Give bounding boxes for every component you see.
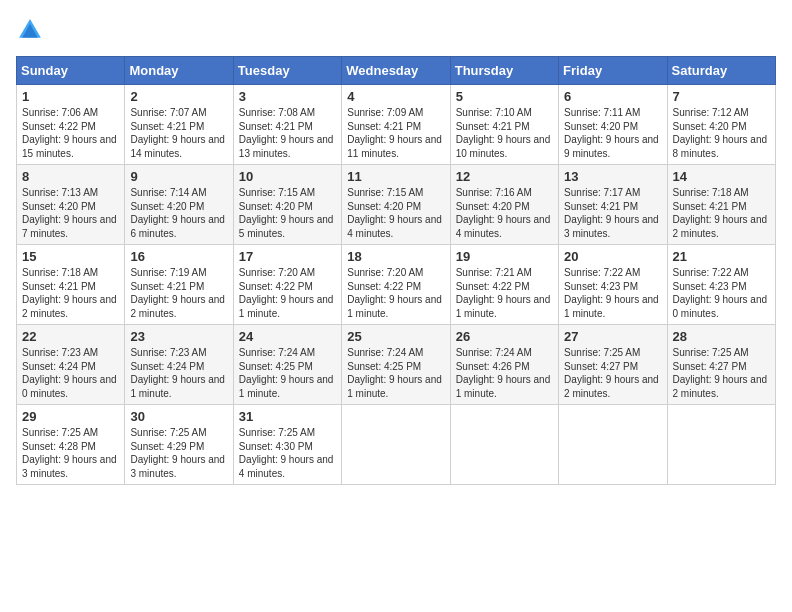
logo-icon — [16, 16, 44, 44]
cell-info: Sunrise: 7:18 AM Sunset: 4:21 PM Dayligh… — [673, 186, 770, 240]
calendar-cell: 22 Sunrise: 7:23 AM Sunset: 4:24 PM Dayl… — [17, 325, 125, 405]
calendar-table: SundayMondayTuesdayWednesdayThursdayFrid… — [16, 56, 776, 485]
calendar-cell: 8 Sunrise: 7:13 AM Sunset: 4:20 PM Dayli… — [17, 165, 125, 245]
calendar-cell: 27 Sunrise: 7:25 AM Sunset: 4:27 PM Dayl… — [559, 325, 667, 405]
cell-info: Sunrise: 7:23 AM Sunset: 4:24 PM Dayligh… — [22, 346, 119, 400]
day-number: 31 — [239, 409, 336, 424]
cell-info: Sunrise: 7:20 AM Sunset: 4:22 PM Dayligh… — [347, 266, 444, 320]
calendar-cell: 19 Sunrise: 7:21 AM Sunset: 4:22 PM Dayl… — [450, 245, 558, 325]
calendar-cell: 13 Sunrise: 7:17 AM Sunset: 4:21 PM Dayl… — [559, 165, 667, 245]
calendar-cell: 5 Sunrise: 7:10 AM Sunset: 4:21 PM Dayli… — [450, 85, 558, 165]
calendar-cell: 16 Sunrise: 7:19 AM Sunset: 4:21 PM Dayl… — [125, 245, 233, 325]
day-number: 9 — [130, 169, 227, 184]
day-number: 26 — [456, 329, 553, 344]
calendar-cell — [450, 405, 558, 485]
cell-info: Sunrise: 7:11 AM Sunset: 4:20 PM Dayligh… — [564, 106, 661, 160]
cell-info: Sunrise: 7:25 AM Sunset: 4:27 PM Dayligh… — [564, 346, 661, 400]
day-number: 20 — [564, 249, 661, 264]
day-number: 29 — [22, 409, 119, 424]
day-number: 17 — [239, 249, 336, 264]
day-number: 11 — [347, 169, 444, 184]
day-number: 16 — [130, 249, 227, 264]
day-number: 10 — [239, 169, 336, 184]
day-number: 4 — [347, 89, 444, 104]
cell-info: Sunrise: 7:24 AM Sunset: 4:25 PM Dayligh… — [239, 346, 336, 400]
day-number: 1 — [22, 89, 119, 104]
calendar-cell: 10 Sunrise: 7:15 AM Sunset: 4:20 PM Dayl… — [233, 165, 341, 245]
calendar-cell: 29 Sunrise: 7:25 AM Sunset: 4:28 PM Dayl… — [17, 405, 125, 485]
calendar-cell: 14 Sunrise: 7:18 AM Sunset: 4:21 PM Dayl… — [667, 165, 775, 245]
day-number: 12 — [456, 169, 553, 184]
calendar-cell — [667, 405, 775, 485]
cell-info: Sunrise: 7:17 AM Sunset: 4:21 PM Dayligh… — [564, 186, 661, 240]
calendar-cell: 20 Sunrise: 7:22 AM Sunset: 4:23 PM Dayl… — [559, 245, 667, 325]
day-header-thursday: Thursday — [450, 57, 558, 85]
day-number: 2 — [130, 89, 227, 104]
calendar-cell: 9 Sunrise: 7:14 AM Sunset: 4:20 PM Dayli… — [125, 165, 233, 245]
day-header-sunday: Sunday — [17, 57, 125, 85]
calendar-week-5: 29 Sunrise: 7:25 AM Sunset: 4:28 PM Dayl… — [17, 405, 776, 485]
day-number: 25 — [347, 329, 444, 344]
calendar-week-3: 15 Sunrise: 7:18 AM Sunset: 4:21 PM Dayl… — [17, 245, 776, 325]
calendar-cell: 6 Sunrise: 7:11 AM Sunset: 4:20 PM Dayli… — [559, 85, 667, 165]
cell-info: Sunrise: 7:06 AM Sunset: 4:22 PM Dayligh… — [22, 106, 119, 160]
day-number: 23 — [130, 329, 227, 344]
cell-info: Sunrise: 7:13 AM Sunset: 4:20 PM Dayligh… — [22, 186, 119, 240]
cell-info: Sunrise: 7:25 AM Sunset: 4:28 PM Dayligh… — [22, 426, 119, 480]
cell-info: Sunrise: 7:20 AM Sunset: 4:22 PM Dayligh… — [239, 266, 336, 320]
calendar-cell — [559, 405, 667, 485]
cell-info: Sunrise: 7:24 AM Sunset: 4:25 PM Dayligh… — [347, 346, 444, 400]
cell-info: Sunrise: 7:08 AM Sunset: 4:21 PM Dayligh… — [239, 106, 336, 160]
cell-info: Sunrise: 7:16 AM Sunset: 4:20 PM Dayligh… — [456, 186, 553, 240]
cell-info: Sunrise: 7:25 AM Sunset: 4:30 PM Dayligh… — [239, 426, 336, 480]
cell-info: Sunrise: 7:15 AM Sunset: 4:20 PM Dayligh… — [347, 186, 444, 240]
day-number: 5 — [456, 89, 553, 104]
calendar-cell — [342, 405, 450, 485]
cell-info: Sunrise: 7:22 AM Sunset: 4:23 PM Dayligh… — [564, 266, 661, 320]
calendar-cell: 25 Sunrise: 7:24 AM Sunset: 4:25 PM Dayl… — [342, 325, 450, 405]
day-number: 27 — [564, 329, 661, 344]
calendar-cell: 30 Sunrise: 7:25 AM Sunset: 4:29 PM Dayl… — [125, 405, 233, 485]
cell-info: Sunrise: 7:21 AM Sunset: 4:22 PM Dayligh… — [456, 266, 553, 320]
day-header-tuesday: Tuesday — [233, 57, 341, 85]
cell-info: Sunrise: 7:25 AM Sunset: 4:27 PM Dayligh… — [673, 346, 770, 400]
calendar-cell: 3 Sunrise: 7:08 AM Sunset: 4:21 PM Dayli… — [233, 85, 341, 165]
cell-info: Sunrise: 7:22 AM Sunset: 4:23 PM Dayligh… — [673, 266, 770, 320]
day-number: 22 — [22, 329, 119, 344]
cell-info: Sunrise: 7:09 AM Sunset: 4:21 PM Dayligh… — [347, 106, 444, 160]
calendar-week-1: 1 Sunrise: 7:06 AM Sunset: 4:22 PM Dayli… — [17, 85, 776, 165]
cell-info: Sunrise: 7:25 AM Sunset: 4:29 PM Dayligh… — [130, 426, 227, 480]
calendar-cell: 28 Sunrise: 7:25 AM Sunset: 4:27 PM Dayl… — [667, 325, 775, 405]
day-number: 15 — [22, 249, 119, 264]
day-number: 13 — [564, 169, 661, 184]
day-header-saturday: Saturday — [667, 57, 775, 85]
day-number: 6 — [564, 89, 661, 104]
calendar-cell: 26 Sunrise: 7:24 AM Sunset: 4:26 PM Dayl… — [450, 325, 558, 405]
day-number: 18 — [347, 249, 444, 264]
day-number: 7 — [673, 89, 770, 104]
day-header-wednesday: Wednesday — [342, 57, 450, 85]
calendar-week-4: 22 Sunrise: 7:23 AM Sunset: 4:24 PM Dayl… — [17, 325, 776, 405]
calendar-cell: 23 Sunrise: 7:23 AM Sunset: 4:24 PM Dayl… — [125, 325, 233, 405]
calendar-cell: 7 Sunrise: 7:12 AM Sunset: 4:20 PM Dayli… — [667, 85, 775, 165]
day-number: 30 — [130, 409, 227, 424]
calendar-cell: 31 Sunrise: 7:25 AM Sunset: 4:30 PM Dayl… — [233, 405, 341, 485]
cell-info: Sunrise: 7:15 AM Sunset: 4:20 PM Dayligh… — [239, 186, 336, 240]
cell-info: Sunrise: 7:10 AM Sunset: 4:21 PM Dayligh… — [456, 106, 553, 160]
day-number: 3 — [239, 89, 336, 104]
calendar-cell: 18 Sunrise: 7:20 AM Sunset: 4:22 PM Dayl… — [342, 245, 450, 325]
calendar-cell: 11 Sunrise: 7:15 AM Sunset: 4:20 PM Dayl… — [342, 165, 450, 245]
day-number: 14 — [673, 169, 770, 184]
calendar-cell: 1 Sunrise: 7:06 AM Sunset: 4:22 PM Dayli… — [17, 85, 125, 165]
cell-info: Sunrise: 7:24 AM Sunset: 4:26 PM Dayligh… — [456, 346, 553, 400]
calendar-cell: 24 Sunrise: 7:24 AM Sunset: 4:25 PM Dayl… — [233, 325, 341, 405]
cell-info: Sunrise: 7:23 AM Sunset: 4:24 PM Dayligh… — [130, 346, 227, 400]
calendar-cell: 21 Sunrise: 7:22 AM Sunset: 4:23 PM Dayl… — [667, 245, 775, 325]
calendar-week-2: 8 Sunrise: 7:13 AM Sunset: 4:20 PM Dayli… — [17, 165, 776, 245]
day-number: 21 — [673, 249, 770, 264]
day-number: 28 — [673, 329, 770, 344]
day-number: 8 — [22, 169, 119, 184]
cell-info: Sunrise: 7:19 AM Sunset: 4:21 PM Dayligh… — [130, 266, 227, 320]
cell-info: Sunrise: 7:12 AM Sunset: 4:20 PM Dayligh… — [673, 106, 770, 160]
calendar-cell: 15 Sunrise: 7:18 AM Sunset: 4:21 PM Dayl… — [17, 245, 125, 325]
